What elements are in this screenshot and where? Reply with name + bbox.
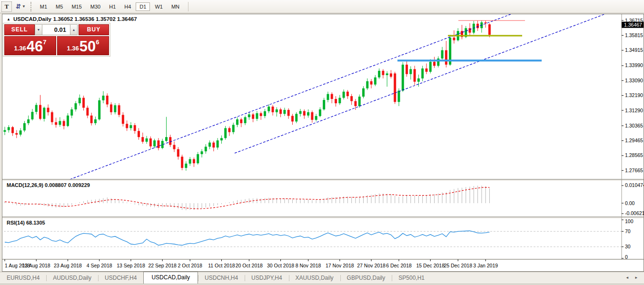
timeframe-button-M30[interactable]: M30	[87, 2, 104, 11]
candle-body	[165, 137, 168, 141]
chart-symbol-label: USDCAD,Daily	[13, 16, 51, 22]
candle-body	[374, 78, 376, 85]
sell-price-button[interactable]: 1.36 46 7	[4, 36, 56, 55]
candle-body	[244, 117, 247, 123]
candle-body	[307, 112, 309, 116]
date-tick-label: 20 Oct 2018	[236, 263, 263, 268]
candle-body	[232, 125, 235, 132]
candle-body	[23, 123, 26, 130]
price-tick-label: 1.31290	[625, 108, 643, 113]
date-tick-label: 15 Dec 2018	[416, 263, 445, 268]
candle-body	[398, 91, 400, 102]
candle-body	[122, 115, 124, 124]
candle-body	[240, 119, 242, 123]
candle-body	[382, 71, 384, 75]
candle-body	[319, 109, 321, 116]
chart-tab-SP500H1[interactable]: SP500,H1	[392, 273, 431, 284]
candle-body	[201, 151, 203, 154]
rsi-label: RSI(14) 68.1305	[7, 220, 45, 226]
volume-decrease-button[interactable]: ▼	[35, 24, 42, 35]
sell-button[interactable]: SELL	[4, 24, 35, 35]
candle-body	[31, 112, 33, 119]
sell-price-sup: 7	[43, 39, 46, 46]
chart-tab-XAUUSDDaily[interactable]: XAUUSD,Daily	[289, 273, 340, 284]
candle-body	[295, 114, 297, 121]
candle-body	[441, 50, 444, 59]
chart-tab-USDCHFH4[interactable]: USDCHF,H4	[98, 273, 143, 284]
timeframe-button-M1[interactable]: M1	[36, 2, 51, 11]
candle-body	[343, 92, 345, 98]
chart-tab-AUDUSDDaily[interactable]: AUDUSD,Daily	[46, 273, 98, 284]
toolbar-separator	[188, 2, 188, 11]
candle-body	[409, 69, 412, 74]
candle-body	[110, 104, 112, 112]
chart-tab-USDCNHH4[interactable]: USDCNH,H4	[198, 273, 245, 284]
volume-increase-button[interactable]: ▲	[70, 24, 78, 35]
candle-body	[331, 94, 333, 99]
text-tool-button[interactable]: T	[1, 1, 12, 12]
candle-body	[141, 137, 144, 142]
candle-body	[390, 73, 392, 77]
price-tick-label: 1.32190	[625, 92, 643, 98]
candle-body	[469, 28, 471, 32]
candle-body	[476, 24, 479, 28]
candle-body	[402, 65, 404, 91]
candle-body	[79, 98, 81, 103]
candle-body	[114, 105, 116, 112]
candle-body	[362, 88, 365, 97]
chart-tab-EURUSDH4[interactable]: EURUSD,H4	[0, 273, 46, 284]
buy-button[interactable]: BUY	[79, 24, 109, 35]
macd-axis-label: 0.010474	[625, 182, 644, 188]
timeframe-button-M5[interactable]: M5	[52, 2, 67, 11]
candle-body	[20, 130, 22, 135]
candle-body	[350, 96, 353, 101]
candle-body	[189, 159, 191, 163]
chart-ohlc-values: 1.36052 1.36536 1.35702 1.36467	[53, 16, 137, 22]
date-tick-label: 30 Oct 2018	[267, 263, 294, 268]
chart-window: 1.367151.358151.349151.339901.330901.321…	[2, 14, 644, 272]
timeframe-button-D1[interactable]: D1	[136, 2, 150, 11]
volume-input[interactable]	[42, 24, 70, 35]
candle-body	[323, 100, 325, 109]
mt4-window: T ⇵ ▼ M1M5M15M30H1H4D1W1MN 1.367151.3581…	[0, 0, 644, 285]
rsi-axis-label: 70	[625, 228, 631, 234]
arrows-tool-button[interactable]: ⇵ ▼	[16, 3, 26, 10]
date-tick-label: 22 Sep 2018	[148, 263, 177, 268]
candle-body	[279, 109, 282, 114]
toolbar: T ⇵ ▼ M1M5M15M30H1H4D1W1MN	[0, 0, 644, 13]
timeframe-button-H4[interactable]: H4	[120, 2, 135, 11]
candle-body	[283, 110, 286, 114]
candle-body	[39, 105, 41, 119]
chart-tab-USDCADDaily[interactable]: USDCAD,Daily	[143, 272, 198, 284]
date-tick-label: 25 Dec 2018	[444, 263, 472, 268]
candle-body	[157, 140, 159, 148]
candle-body	[256, 113, 258, 119]
trade-panel-toggle-icon[interactable]: ▲	[7, 17, 10, 21]
timeframe-button-M15[interactable]: M15	[68, 2, 85, 11]
chart-tab-USDJPYH4[interactable]: USDJPY,H4	[245, 273, 288, 284]
tab-scroll-arrows[interactable]: ◂ ▸	[626, 275, 640, 280]
timeframe-button-H1[interactable]: H1	[105, 2, 119, 11]
candle-body	[217, 140, 219, 147]
candle-body	[291, 116, 294, 122]
candle-body	[90, 116, 93, 123]
candle-body	[370, 81, 373, 85]
buy-price-small: 1.36	[67, 44, 79, 53]
candle-body	[129, 125, 132, 128]
price-tick-label: 1.28565	[625, 152, 643, 158]
candle-body	[102, 96, 105, 100]
chevron-down-icon: ▼	[22, 4, 26, 9]
timeframe-button-W1[interactable]: W1	[151, 2, 167, 11]
rsi-axis-label: 100	[625, 218, 634, 224]
candle-body	[98, 100, 100, 119]
date-tick-label: 2 Oct 2018	[178, 263, 202, 268]
one-click-trade-panel: SELL ▼ ▲ BUY 1.36 46 7 1.36 50 6	[3, 23, 110, 57]
candle-body	[488, 24, 491, 35]
buy-price-button[interactable]: 1.36 50 6	[57, 36, 109, 55]
candle-body	[63, 121, 65, 126]
price-tick-label: 1.34915	[625, 47, 643, 53]
chart-tab-GBPUSDDaily[interactable]: GBPUSD,Daily	[340, 273, 392, 284]
timeframe-button-MN[interactable]: MN	[168, 2, 183, 11]
candle-body	[252, 114, 254, 118]
candle-body	[358, 97, 361, 106]
